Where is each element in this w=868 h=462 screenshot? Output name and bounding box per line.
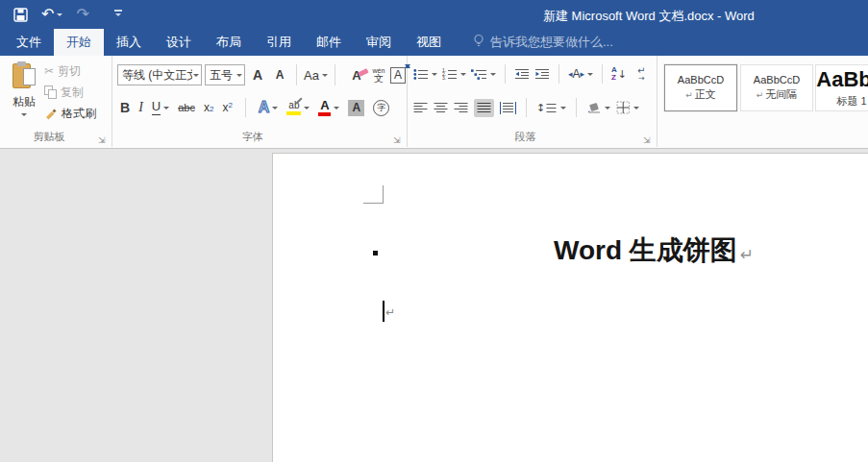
multilevel-list-button[interactable] — [471, 68, 496, 81]
customize-quick-access-toolbar-icon[interactable] — [114, 3, 122, 26]
clipboard-group-label: 剪贴板 — [0, 130, 98, 144]
styles-group: AaBbCcD ↵正文 AaBbCcD ↵无间隔 AaBbC 标题 1 — [657, 56, 868, 147]
copy-icon — [44, 85, 57, 99]
show-hide-marks-button[interactable]: ↵→ — [637, 66, 645, 83]
text-highlight-color-button[interactable]: ab — [286, 101, 310, 115]
font-color-button[interactable]: A — [318, 99, 339, 116]
ribbon-tab-bar: 文件 开始 插入 设计 布局 引用 邮件 审阅 视图 告诉我您想要做什么... — [0, 29, 868, 56]
tab-references[interactable]: 引用 — [254, 29, 304, 56]
paragraph-group-label: 段落 — [408, 130, 643, 144]
paragraph-dialog-launcher-icon[interactable]: ⇲ — [643, 135, 653, 145]
strikethrough-button[interactable]: abc — [178, 102, 195, 113]
style-card-heading-1[interactable]: AaBbC 标题 1 — [815, 64, 868, 111]
character-shading-button[interactable]: A — [348, 100, 364, 116]
style-card-no-spacing[interactable]: AaBbCcD ↵无间隔 — [740, 64, 813, 111]
sort-button[interactable]: AZ ↓ — [611, 66, 627, 82]
font-size-dropdown-arrow[interactable] — [236, 74, 242, 80]
undo-icon[interactable]: ↶ — [41, 3, 62, 26]
tab-design[interactable]: 设计 — [154, 29, 204, 56]
enclose-characters-button[interactable]: 字 — [373, 100, 389, 116]
paste-button[interactable]: 粘贴 — [6, 61, 42, 129]
asian-layout-button[interactable]: ◂A▸ — [568, 68, 593, 80]
bold-button[interactable]: B — [120, 100, 130, 115]
character-border-button[interactable]: A — [390, 67, 406, 84]
tab-home[interactable]: 开始 — [54, 29, 104, 56]
decrease-indent-button[interactable] — [514, 68, 530, 81]
document-page[interactable] — [272, 153, 868, 462]
line-spacing-button[interactable]: ↕ — [536, 102, 566, 114]
underline-button[interactable]: U — [152, 100, 169, 114]
redo-icon: ↷ — [76, 3, 88, 26]
align-center-icon — [434, 102, 448, 114]
pilcrow-icon: ↵ — [756, 90, 764, 100]
tab-file[interactable]: 文件 — [4, 29, 54, 56]
font-group-label: 字体 — [112, 130, 393, 144]
decrease-indent-icon — [514, 68, 530, 81]
align-center-button[interactable] — [434, 102, 448, 114]
highlight-color-bar — [286, 111, 301, 115]
pilcrow-icon: ↵ — [740, 245, 754, 264]
tab-mailings[interactable]: 邮件 — [304, 29, 354, 56]
superscript-button[interactable]: x2 — [222, 102, 232, 113]
pilcrow-icon: ↵ — [385, 305, 395, 319]
numbering-button[interactable]: 1.2.3. — [442, 68, 466, 81]
increase-indent-icon — [534, 68, 550, 81]
paragraph-group: 1.2.3. ◂A▸ AZ ↓ ↵→ — [408, 56, 657, 147]
tab-insert[interactable]: 插入 — [104, 29, 154, 56]
justify-icon — [477, 102, 491, 114]
tab-view[interactable]: 视图 — [404, 29, 454, 56]
cut-button: ✂ 剪切 — [44, 63, 96, 79]
font-color-bar — [318, 112, 331, 116]
tab-review[interactable]: 审阅 — [354, 29, 404, 56]
document-heading[interactable]: Word 生成饼图 ↵ — [272, 231, 868, 270]
scissors-icon: ✂ — [44, 64, 54, 78]
tab-layout[interactable]: 布局 — [204, 29, 254, 56]
title-bar: ↶ ↷ 新建 Microsoft Word 文档.docx - Word — [0, 0, 868, 29]
paste-clipboard-icon — [12, 61, 36, 90]
subscript-button[interactable]: x2 — [204, 102, 213, 113]
grow-font-button[interactable]: A — [248, 67, 267, 83]
italic-button[interactable]: I — [138, 100, 143, 115]
window-title: 新建 Microsoft Word 文档.docx - Word — [543, 8, 755, 25]
bullets-button[interactable] — [413, 68, 437, 81]
paint-bucket-icon — [586, 101, 602, 114]
text-cursor — [383, 301, 384, 322]
distribute-button[interactable] — [500, 102, 516, 114]
font-name-combobox[interactable]: 等线 (中文正文 — [117, 64, 202, 85]
paste-dropdown-arrow[interactable] — [21, 113, 27, 119]
align-right-button[interactable] — [454, 102, 468, 114]
bullets-icon — [413, 68, 429, 81]
clear-formatting-button[interactable]: A — [346, 68, 367, 83]
tell-me-box[interactable]: 告诉我您想要做什么... — [473, 29, 613, 56]
text-effects-button[interactable]: A — [259, 100, 279, 115]
shading-button[interactable] — [586, 101, 610, 114]
style-card-normal[interactable]: AaBbCcD ↵正文 — [664, 64, 737, 111]
shrink-font-button[interactable]: A — [270, 68, 289, 82]
align-left-button[interactable] — [413, 102, 428, 114]
multilevel-list-icon — [471, 68, 487, 81]
document-area[interactable]: Word 生成饼图 ↵ ↵ — [0, 149, 868, 462]
save-icon[interactable] — [13, 3, 28, 26]
justify-button[interactable] — [474, 99, 494, 117]
font-size-combobox[interactable]: 五号 — [205, 64, 245, 85]
borders-button[interactable] — [616, 101, 639, 114]
align-left-icon — [413, 102, 428, 114]
quick-access-toolbar: ↶ ↷ — [13, 0, 122, 29]
pilcrow-icon: ↵ — [685, 90, 693, 100]
clipboard-dialog-launcher-icon[interactable]: ⇲ — [98, 135, 108, 145]
tell-me-placeholder: 告诉我您想要做什么... — [490, 34, 613, 51]
clipboard-group: 粘贴 ✂ 剪切 复制 格式刷 剪贴板 ⇲ — [0, 56, 112, 147]
borders-icon — [616, 101, 631, 114]
font-dialog-launcher-icon[interactable]: ⇲ — [393, 135, 403, 145]
font-group: 等线 (中文正文 五号 A A Aa A wén文 A B I U abc x2… — [112, 56, 408, 147]
lightbulb-icon — [473, 34, 484, 51]
font-name-dropdown-arrow[interactable] — [193, 74, 199, 80]
phonetic-guide-button[interactable]: wén文 — [370, 67, 387, 84]
change-case-button[interactable]: Aa — [304, 68, 328, 83]
format-painter-button[interactable]: 格式刷 — [44, 106, 96, 121]
increase-indent-button[interactable] — [534, 68, 550, 81]
format-painter-icon — [44, 108, 58, 120]
margin-corner-mark — [383, 185, 384, 204]
ribbon: 粘贴 ✂ 剪切 复制 格式刷 剪贴板 ⇲ 等线 (中文正文 — [0, 56, 868, 149]
distribute-icon — [500, 102, 516, 114]
